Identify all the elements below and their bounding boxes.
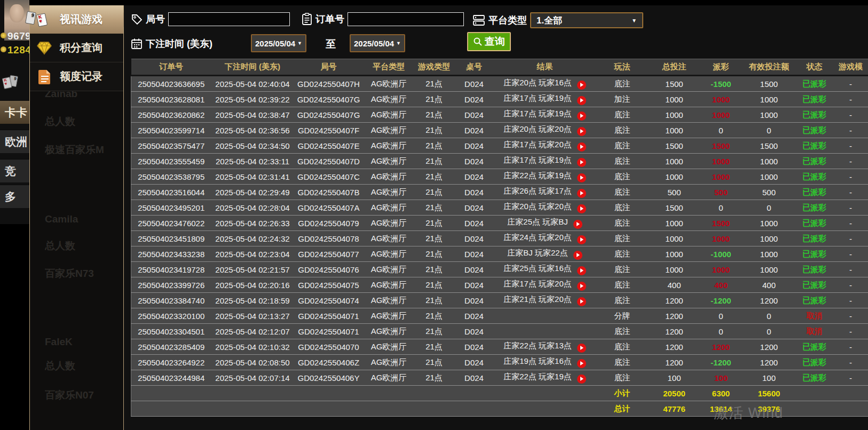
cell-result: 庄家25点 玩家16点 (494, 262, 596, 277)
result-text: 庄家22点 玩家13点 (503, 341, 572, 350)
play-video-button[interactable] (577, 173, 586, 182)
cell-time: 2025-05-04 02:39:22 (211, 92, 294, 107)
cell-bet: 1200 (649, 324, 700, 339)
cell-bet: 1200 (649, 355, 700, 370)
round-label: 局号 (146, 13, 165, 26)
cell-status: 已派彩 (796, 277, 833, 293)
main-panel: 局号 订单号 平台类型 (124, 5, 868, 430)
summary-empty-cell (414, 386, 454, 401)
cell-status: 已派彩 (796, 293, 833, 308)
search-button[interactable]: 查询 (467, 32, 511, 51)
play-video-button[interactable] (577, 189, 586, 198)
cell-round: GD0242550407E (294, 138, 364, 154)
ghost-label: 百家乐N07 (45, 388, 125, 402)
play-video-button[interactable] (577, 344, 586, 353)
menu-item-video-games[interactable]: 9K♥ 视讯游戏 (30, 5, 123, 34)
menu-item-points-query[interactable]: 积分查询 (30, 34, 123, 62)
search-button-label: 查询 (485, 35, 505, 49)
cell-payout: 100 (700, 370, 743, 386)
cell-mode: - (833, 339, 868, 355)
cell-mode: - (833, 216, 868, 231)
header-payout: 派彩 (700, 59, 743, 76)
result-text: 庄家20点 玩家16点 (503, 78, 572, 87)
cell-game: 21点 (414, 293, 454, 308)
bettime-filter: 下注时间 (美东) (131, 37, 212, 50)
clipboard-icon (302, 13, 312, 26)
play-video-button[interactable] (577, 297, 586, 306)
ghost-label: 总人数 (45, 359, 125, 373)
cell-valid: 1200 (743, 339, 796, 355)
cell-platform: AG欧洲厅 (364, 107, 414, 123)
play-video-button[interactable] (577, 282, 586, 291)
play-video-button[interactable] (577, 81, 586, 90)
cell-table: D024 (454, 92, 494, 107)
header-table: 桌号 (454, 59, 494, 76)
cell-time: 2025-05-04 02:28:04 (211, 200, 294, 216)
play-video-button[interactable] (577, 96, 586, 105)
menu-item-quota-records[interactable]: 额度记录 (30, 62, 123, 91)
result-text: 庄家25点 玩家16点 (503, 264, 572, 273)
menu-item-label: 视讯游戏 (60, 12, 102, 27)
header-status: 状态 (796, 59, 833, 76)
cell-valid: 0 (743, 200, 796, 216)
cell-platform: AG欧洲厅 (364, 231, 414, 246)
result-text: 庄家26点 玩家17点 (503, 186, 572, 195)
background-menu-item: 多 (0, 185, 29, 208)
play-video-button[interactable] (573, 220, 582, 229)
play-video-button[interactable] (577, 142, 586, 152)
date-to-select[interactable]: 2025/05/04 ▼ (350, 34, 405, 52)
header-game: 游戏类型 (414, 59, 454, 76)
cell-table: D024 (454, 339, 494, 355)
cell-game: 21点 (414, 138, 454, 154)
cell-valid: 1200 (743, 355, 796, 370)
summary-empty-cell (131, 386, 211, 401)
summary-label: 总计 (596, 401, 649, 417)
result-text: 庄家17点 玩家19点 (503, 155, 572, 164)
cell-time: 2025-05-04 02:33:11 (211, 154, 294, 169)
filter-bar: 局号 订单号 平台类型 (124, 5, 868, 59)
activation-watermark: 激活 Wind (714, 403, 783, 423)
cell-platform: AG欧洲厅 (364, 277, 414, 293)
result-text: 庄家20点 玩家20点 (503, 124, 572, 133)
play-video-button[interactable] (573, 251, 582, 260)
round-input[interactable] (168, 12, 290, 26)
table-row: 2505040233201002025-05-04 02:13:27GD0242… (131, 308, 868, 324)
play-video-button[interactable] (577, 235, 586, 244)
cell-platform: AG欧洲厅 (364, 76, 414, 92)
cell-table: D024 (454, 216, 494, 231)
cell-round: GD02425504077 (294, 246, 364, 262)
cell-play: 底注 (596, 246, 649, 262)
cell-platform: AG欧洲厅 (364, 308, 414, 324)
cell-valid: 1000 (743, 154, 796, 169)
play-video-button[interactable] (577, 112, 586, 121)
play-video-button[interactable] (577, 204, 586, 213)
cell-valid: 0 (743, 308, 796, 324)
cell-table: D024 (454, 262, 494, 277)
cell-result: 庄家25点 玩家BJ (494, 216, 596, 231)
cell-mode: - (833, 277, 868, 293)
play-video-button[interactable] (577, 127, 586, 136)
table-row: 2505040235997142025-05-04 02:36:56GD0242… (131, 123, 868, 138)
play-video-button[interactable] (577, 359, 586, 368)
ghost-label: 极速百家乐M (45, 143, 125, 157)
cell-mode: - (833, 370, 868, 386)
cell-table: D024 (454, 308, 494, 324)
play-video-button[interactable] (577, 158, 586, 167)
date-from-value: 2025/05/04 (255, 39, 295, 48)
cell-payout: 1000 (700, 92, 743, 107)
cell-game: 21点 (414, 262, 454, 277)
ghost-label: 总人数 (45, 115, 125, 129)
cell-bet: 1000 (649, 216, 700, 231)
cell-table: D024 (454, 277, 494, 293)
platform-select[interactable]: 1.全部 ▼ (530, 12, 643, 28)
cell-time: 2025-05-04 02:13:27 (211, 308, 294, 324)
play-video-button[interactable] (577, 375, 586, 384)
play-video-button[interactable] (577, 266, 586, 275)
date-from-select[interactable]: 2025/05/04 ▼ (251, 34, 306, 52)
cell-play: 加注 (596, 92, 649, 107)
table-header-row: 订单号下注时间 (美东)局号平台类型游戏类型桌号结果玩法总投注派彩有效投注额状态… (131, 59, 868, 76)
summary-empty-cell (414, 401, 454, 417)
table-row: 2505040233997262025-05-04 02:20:16GD0242… (131, 277, 868, 293)
order-input[interactable] (348, 12, 464, 26)
cell-status: 已派彩 (796, 231, 833, 246)
